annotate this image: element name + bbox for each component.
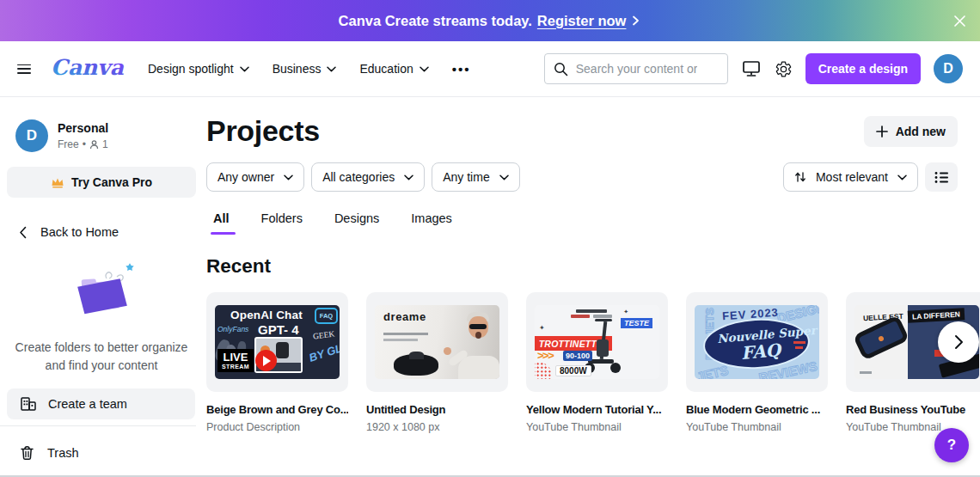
project-card[interactable]: LA DIFFEREN UELLE EST Red Business YouTu… [846, 292, 980, 433]
search-placeholder: Search your content or [576, 62, 698, 76]
banner-message: Canva Create streams today. [339, 13, 532, 29]
team-building-icon [20, 396, 37, 412]
card-title: Blue Modern Geometric ... [686, 403, 828, 416]
card-subtitle: YouTube Thumbnail [686, 421, 828, 433]
canva-projects-page: Canva Create streams today. Register now… [0, 0, 980, 477]
card-subtitle: 1920 x 1080 px [366, 421, 508, 433]
folders-empty-state: Create folders to better organize and fi… [7, 258, 196, 375]
header-actions: Search your content or Create a design D [544, 53, 963, 84]
add-new-button[interactable]: Add new [864, 116, 958, 147]
tab-folders[interactable]: Folders [261, 211, 303, 235]
team-plan: Free• 1 [58, 138, 108, 150]
list-view-icon [934, 171, 949, 184]
filter-any-owner[interactable]: Any owner [206, 162, 304, 192]
tab-images[interactable]: Images [411, 211, 452, 235]
play-icon [255, 350, 277, 371]
team-avatar: D [15, 119, 48, 152]
sort-dropdown[interactable]: Most relevant [783, 162, 918, 192]
filter-any-time[interactable]: Any time [432, 162, 519, 192]
main-content: Projects Add new Any owner All categorie… [203, 97, 980, 477]
try-canva-pro-button[interactable]: Try Canva Pro [7, 167, 196, 198]
recent-section-title: Recent [206, 255, 980, 278]
banner-register-link[interactable]: Register now [537, 13, 627, 29]
project-card[interactable]: ✦ ✦ TESTE TROTTINETTE >>> 90-100 8000W Y… [526, 292, 668, 433]
create-team-button[interactable]: Create a team [7, 388, 195, 419]
team-name: Personal [58, 121, 108, 135]
devices-icon[interactable] [741, 59, 762, 78]
card-title: Untitled Design [366, 403, 508, 416]
filter-all-categories[interactable]: All categories [311, 162, 425, 192]
card-title: Yellow Modern Tutorial Y... [526, 403, 668, 416]
card-subtitle: YouTube Thumbnail [526, 421, 668, 433]
menu-icon[interactable] [17, 64, 31, 74]
banner-close-icon[interactable] [951, 12, 968, 29]
help-button[interactable]: ? [934, 428, 969, 462]
card-title: Red Business YouTube [846, 403, 980, 416]
tab-all[interactable]: All [213, 211, 230, 235]
carousel-next-button[interactable] [938, 321, 979, 363]
back-to-home[interactable]: Back to Home [19, 225, 196, 239]
design-thumbnail: dreame [375, 305, 499, 379]
user-avatar[interactable]: D [934, 54, 963, 83]
svg-text:Canva: Canva [51, 55, 125, 80]
members-icon [89, 140, 99, 150]
tabs: All Folders Designs Images [206, 211, 980, 235]
design-thumbnail: OpenAI Chat GPT- 4 OnlyFans FAQ GEEK BY … [215, 305, 340, 379]
project-card[interactable]: dreame Untitled Design 1920 x 1080 px [366, 292, 508, 433]
recent-cards-row: OpenAI Chat GPT- 4 OnlyFans FAQ GEEK BY … [206, 292, 980, 433]
banner-arrow-icon [629, 15, 641, 27]
nav-business[interactable]: Business [273, 62, 337, 76]
page-title: Projects [206, 114, 320, 148]
empty-state-text: Create folders to better organize and fi… [7, 339, 196, 375]
nav-education[interactable]: Education [359, 62, 428, 76]
trash-button[interactable]: Trash [7, 437, 195, 468]
search-icon [554, 62, 568, 76]
chevron-right-icon [952, 333, 965, 351]
card-title: Beige Brown and Grey Co... [206, 403, 348, 416]
tab-designs[interactable]: Designs [334, 211, 379, 235]
sidebar-divider [0, 425, 196, 426]
promo-banner: Canva Create streams today. Register now [0, 0, 980, 41]
nav-design-spotlight[interactable]: Design spotlight [148, 62, 249, 76]
settings-gear-icon[interactable] [775, 60, 793, 78]
nav-more-icon[interactable]: ••• [452, 62, 471, 76]
canva-logo[interactable]: Canva [50, 52, 126, 86]
crown-icon [51, 177, 64, 188]
design-thumbnail: PROJETS DESIGN REVIEWS JETS FEV 2023 Nou… [695, 305, 819, 379]
trash-icon [20, 445, 34, 461]
chevron-left-icon [19, 226, 27, 239]
team-switcher[interactable]: D Personal Free• 1 [7, 119, 196, 152]
view-toggle-button[interactable] [925, 162, 958, 192]
project-card[interactable]: PROJETS DESIGN REVIEWS JETS FEV 2023 Nou… [686, 292, 828, 433]
main-nav: Design spotlight Business Education ••• [148, 62, 470, 76]
project-card[interactable]: OpenAI Chat GPT- 4 OnlyFans FAQ GEEK BY … [206, 292, 348, 433]
folder-illustration [50, 258, 153, 318]
top-header: Canva Design spotlight Business Educatio… [0, 41, 980, 97]
card-subtitle: Product Description [206, 421, 348, 433]
design-thumbnail: ✦ ✦ TESTE TROTTINETTE >>> 90-100 8000W [535, 305, 659, 379]
plus-icon [876, 125, 888, 138]
search-input[interactable]: Search your content or [544, 53, 728, 84]
sort-arrows-icon [794, 171, 806, 183]
sidebar: D Personal Free• 1 Try Canva Pro Back to… [0, 97, 203, 477]
create-design-button[interactable]: Create a design [805, 53, 921, 84]
